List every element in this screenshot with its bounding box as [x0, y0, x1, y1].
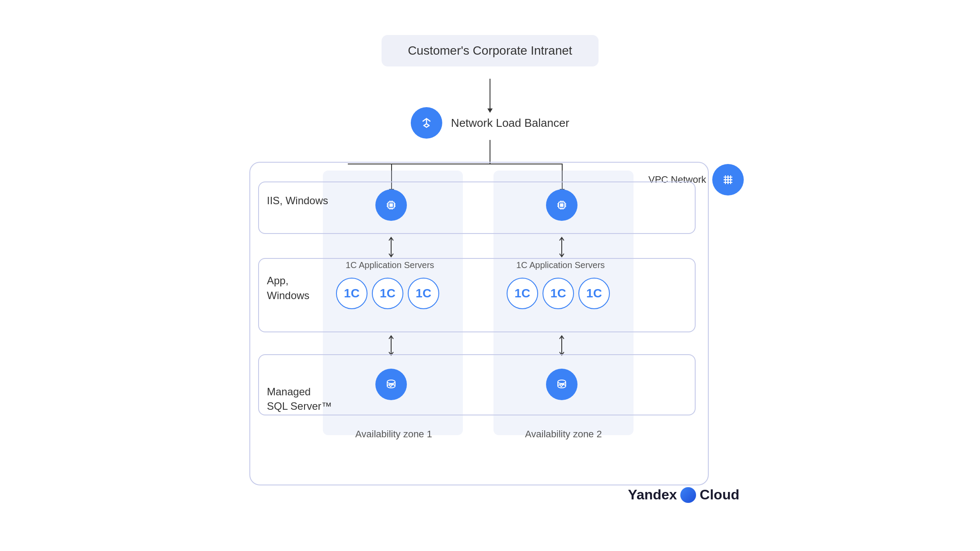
- iis-icon-left: [375, 189, 407, 221]
- 1c-icon-left-1: 1С: [336, 278, 368, 309]
- nlb-label: Network Load Balancer: [451, 116, 569, 130]
- compute-icon-right: [553, 196, 570, 214]
- managed-sql-icon-right: [546, 369, 578, 400]
- 1c-icon-right-3: 1С: [578, 278, 610, 309]
- 1c-icon-left-2: 1С: [372, 278, 403, 309]
- arrow-intranet-to-nlb: [490, 79, 490, 109]
- sql-svg-right: [553, 376, 570, 393]
- nlb-row: Network Load Balancer: [411, 107, 569, 139]
- availability-zone-2-label: Availability zone 2: [525, 429, 602, 440]
- 1c-icon-right-2: 1С: [542, 278, 574, 309]
- app-label: App, Windows: [267, 273, 309, 303]
- 1c-icon-left-3: 1С: [408, 278, 439, 309]
- iis-vm-icon-right: [546, 189, 578, 221]
- compute-icon-left: [382, 196, 400, 214]
- app-row-box: [258, 258, 696, 332]
- sql-svg-left: [382, 376, 400, 393]
- svg-rect-12: [389, 203, 393, 207]
- sql-icon-left: [375, 369, 407, 400]
- svg-rect-27: [560, 203, 564, 207]
- iis-label: IIS, Windows: [267, 195, 328, 207]
- sql-icon-right: [546, 369, 578, 400]
- iis-icon-right: [546, 189, 578, 221]
- intranet-label: Customer's Corporate Intranet: [408, 44, 572, 57]
- double-arrow-iis-app-right: [558, 236, 565, 258]
- double-arrow-app-sql-left: [388, 335, 395, 356]
- iis-row-box: [258, 181, 696, 234]
- vpc-icon-svg: [719, 171, 737, 188]
- nlb-icon-svg: [418, 114, 435, 132]
- sql-label: Managed SQL Server™: [267, 370, 332, 414]
- arrow-nlb-down: [490, 140, 490, 164]
- intranet-box: Customer's Corporate Intranet: [382, 35, 598, 66]
- double-arrow-app-sql-right: [558, 335, 565, 356]
- iis-vm-icon-left: [375, 189, 407, 221]
- managed-sql-icon-left: [375, 369, 407, 400]
- yandex-cloud-dot-icon: [680, 487, 696, 503]
- icons-1c-left-group: 1С 1С 1С: [336, 278, 439, 309]
- icons-1c-right-group: 1С 1С 1С: [507, 278, 610, 309]
- yandex-text: Yandex: [628, 487, 677, 503]
- app-servers-label-right: 1C Application Servers: [516, 260, 605, 270]
- app-servers-label-left: 1C Application Servers: [346, 260, 434, 270]
- 1c-icon-right-1: 1С: [507, 278, 538, 309]
- double-arrow-iis-app-left: [388, 236, 395, 258]
- yandex-cloud-brand: Yandex Cloud: [628, 487, 739, 503]
- vpc-icon: [712, 164, 744, 195]
- availability-zone-1-label: Availability zone 1: [355, 429, 432, 440]
- cloud-text: Cloud: [700, 487, 739, 503]
- nlb-icon: [411, 107, 442, 139]
